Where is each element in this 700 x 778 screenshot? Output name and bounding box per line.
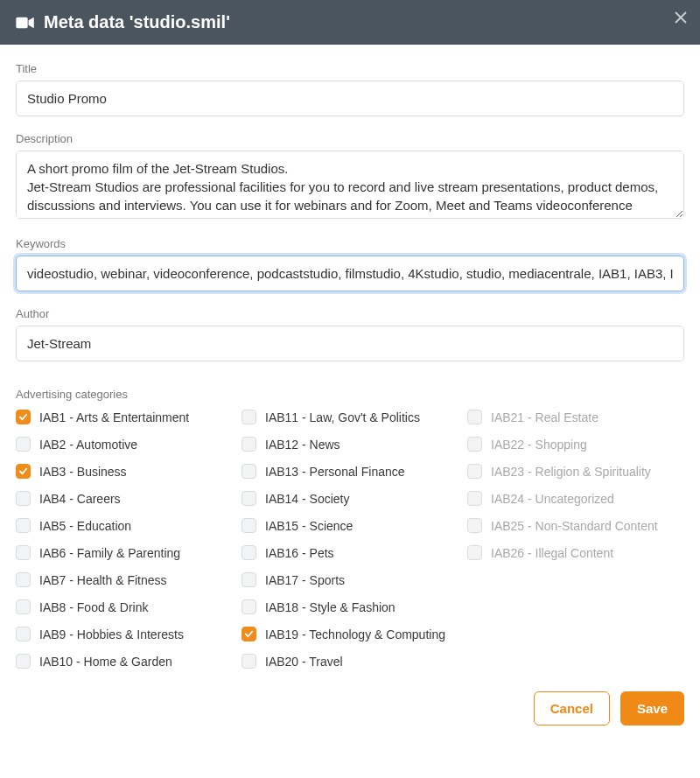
category-iab5[interactable]: IAB5 - Education — [16, 518, 233, 533]
category-iab17[interactable]: IAB17 - Sports — [242, 572, 458, 587]
category-iab21: IAB21 - Real Estate — [467, 410, 684, 424]
modal-header: Meta data 'studio.smil' — [0, 0, 700, 45]
author-label: Author — [16, 307, 684, 320]
checkbox-iab22 — [467, 437, 482, 452]
category-label: IAB15 - Science — [265, 519, 353, 533]
keywords-label: Keywords — [16, 237, 684, 250]
category-label: IAB18 - Style & Fashion — [265, 600, 396, 614]
category-iab14[interactable]: IAB14 - Society — [242, 491, 458, 506]
checkbox-iab23 — [467, 464, 482, 479]
category-iab23: IAB23 - Religion & Spirituality — [467, 464, 684, 479]
checkbox-iab10[interactable] — [16, 654, 31, 669]
category-iab15[interactable]: IAB15 - Science — [242, 518, 458, 533]
category-label: IAB20 - Travel — [265, 655, 343, 669]
category-iab7[interactable]: IAB7 - Health & Fitness — [16, 572, 233, 587]
category-label: IAB1 - Arts & Entertainment — [39, 410, 189, 424]
category-label: IAB17 - Sports — [265, 573, 345, 587]
category-label: IAB25 - Non-Standard Content — [491, 519, 658, 533]
category-iab6[interactable]: IAB6 - Family & Parenting — [16, 545, 233, 560]
advertising-categories-label: Advertising categories — [16, 388, 684, 401]
svg-rect-0 — [16, 17, 27, 27]
category-label: IAB8 - Food & Drink — [39, 600, 149, 614]
category-label: IAB7 - Health & Fitness — [39, 573, 167, 587]
description-textarea[interactable]: A short promo film of the Jet-Stream Stu… — [16, 151, 684, 219]
category-label: IAB23 - Religion & Spirituality — [491, 465, 651, 479]
checkbox-iab9[interactable] — [16, 627, 31, 641]
checkbox-iab8[interactable] — [16, 599, 31, 614]
category-label: IAB5 - Education — [39, 519, 131, 533]
category-iab9[interactable]: IAB9 - Hobbies & Interests — [16, 627, 233, 641]
category-label: IAB16 - Pets — [265, 546, 334, 560]
checkbox-iab11[interactable] — [242, 410, 256, 424]
category-iab12[interactable]: IAB12 - News — [242, 437, 458, 452]
categories-grid: IAB1 - Arts & EntertainmentIAB2 - Automo… — [16, 410, 684, 669]
save-button[interactable]: Save — [620, 691, 684, 725]
modal-title: Meta data 'studio.smil' — [44, 12, 230, 32]
checkbox-iab7[interactable] — [16, 572, 31, 587]
category-iab19[interactable]: IAB19 - Technology & Computing — [242, 627, 458, 641]
description-label: Description — [16, 132, 684, 145]
checkbox-iab5[interactable] — [16, 518, 31, 533]
category-iab18[interactable]: IAB18 - Style & Fashion — [242, 599, 458, 614]
checkbox-iab19[interactable] — [242, 627, 256, 641]
category-iab1[interactable]: IAB1 - Arts & Entertainment — [16, 410, 233, 424]
category-iab2[interactable]: IAB2 - Automotive — [16, 437, 233, 452]
category-iab20[interactable]: IAB20 - Travel — [242, 654, 458, 669]
title-label: Title — [16, 62, 684, 75]
category-iab4[interactable]: IAB4 - Careers — [16, 491, 233, 506]
checkbox-iab26 — [467, 545, 482, 560]
category-iab13[interactable]: IAB13 - Personal Finance — [242, 464, 458, 479]
metadata-modal: Meta data 'studio.smil' Title Descriptio… — [0, 0, 700, 746]
category-label: IAB2 - Automotive — [39, 438, 137, 452]
checkbox-iab14[interactable] — [242, 491, 256, 506]
category-iab22: IAB22 - Shopping — [467, 437, 684, 452]
checkbox-iab2[interactable] — [16, 437, 31, 452]
cancel-button[interactable]: Cancel — [534, 691, 610, 725]
modal-footer: Cancel Save — [0, 677, 700, 746]
checkbox-iab24 — [467, 491, 482, 506]
checkbox-iab3[interactable] — [16, 464, 31, 479]
category-label: IAB4 - Careers — [39, 492, 121, 506]
checkbox-iab13[interactable] — [242, 464, 256, 479]
category-iab10[interactable]: IAB10 - Home & Garden — [16, 654, 233, 669]
checkbox-iab16[interactable] — [242, 545, 256, 560]
category-label: IAB3 - Business — [39, 465, 127, 479]
category-label: IAB11 - Law, Gov't & Politics — [265, 410, 420, 424]
category-label: IAB19 - Technology & Computing — [265, 627, 445, 641]
category-iab26: IAB26 - Illegal Content — [467, 545, 684, 560]
checkbox-iab4[interactable] — [16, 491, 31, 506]
category-label: IAB6 - Family & Parenting — [39, 546, 180, 560]
category-label: IAB21 - Real Estate — [491, 410, 598, 424]
category-iab3[interactable]: IAB3 - Business — [16, 464, 233, 479]
close-icon[interactable] — [674, 11, 688, 27]
category-iab25: IAB25 - Non-Standard Content — [467, 518, 684, 533]
category-iab16[interactable]: IAB16 - Pets — [242, 545, 458, 560]
category-label: IAB12 - News — [265, 438, 340, 452]
category-label: IAB14 - Society — [265, 492, 350, 506]
checkbox-iab15[interactable] — [242, 518, 256, 533]
checkbox-iab1[interactable] — [16, 410, 31, 424]
category-label: IAB26 - Illegal Content — [491, 546, 613, 560]
video-camera-icon — [16, 16, 35, 30]
category-label: IAB9 - Hobbies & Interests — [39, 627, 184, 641]
checkbox-iab6[interactable] — [16, 545, 31, 560]
checkbox-iab17[interactable] — [242, 572, 256, 587]
title-input[interactable] — [16, 81, 684, 116]
category-iab8[interactable]: IAB8 - Food & Drink — [16, 599, 233, 614]
checkbox-iab18[interactable] — [242, 599, 256, 614]
category-label: IAB10 - Home & Garden — [39, 655, 172, 669]
category-iab24: IAB24 - Uncategorized — [467, 491, 684, 506]
category-label: IAB22 - Shopping — [491, 438, 587, 452]
checkbox-iab12[interactable] — [242, 437, 256, 452]
keywords-input[interactable] — [16, 256, 684, 291]
category-iab11[interactable]: IAB11 - Law, Gov't & Politics — [242, 410, 458, 424]
modal-body: Title Description A short promo film of … — [0, 45, 700, 677]
checkbox-iab20[interactable] — [242, 654, 256, 669]
checkbox-iab25 — [467, 518, 482, 533]
checkbox-iab21 — [467, 410, 482, 424]
category-label: IAB13 - Personal Finance — [265, 465, 405, 479]
category-label: IAB24 - Uncategorized — [491, 492, 614, 506]
author-input[interactable] — [16, 326, 684, 361]
